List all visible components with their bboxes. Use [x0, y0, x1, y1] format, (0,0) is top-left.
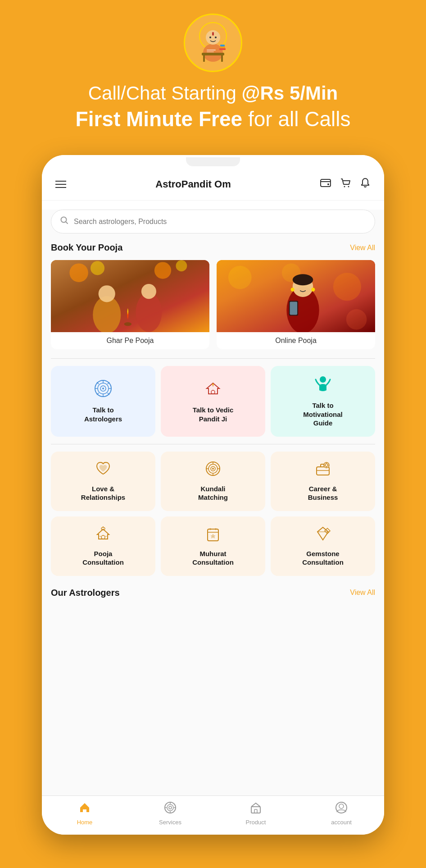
motivational-icon — [314, 375, 332, 397]
svg-rect-3 — [212, 32, 214, 36]
tagline-line2-bold: First Minute Free — [76, 107, 243, 131]
svg-point-40 — [311, 288, 315, 292]
bottom-nav: Home Services — [42, 795, 384, 835]
svg-rect-11 — [220, 45, 225, 46]
svg-rect-7 — [203, 55, 205, 62]
vedic-label: Talk to VedicPandit Ji — [193, 406, 234, 423]
header-icons — [320, 178, 371, 191]
svg-point-4 — [209, 37, 211, 38]
svg-rect-14 — [321, 179, 331, 187]
bell-icon[interactable] — [360, 178, 371, 191]
svg-rect-79 — [215, 528, 217, 530]
category-muhurat[interactable]: MuhuratConsultation — [161, 516, 265, 576]
svg-rect-78 — [209, 528, 211, 530]
status-bar — [42, 155, 384, 169]
svg-rect-73 — [101, 535, 105, 539]
category-gemstone[interactable]: GemstoneConsultation — [271, 516, 375, 576]
service-card-astrologers[interactable]: Talk toAstrologers — [51, 366, 155, 437]
astrologers-view-all[interactable]: View All — [350, 589, 375, 597]
svg-point-39 — [291, 288, 295, 292]
svg-point-15 — [327, 183, 329, 185]
svg-rect-63 — [317, 467, 329, 475]
svg-point-44 — [102, 388, 104, 389]
hamburger-menu[interactable] — [55, 181, 66, 188]
category-love[interactable]: Love &Relationships — [51, 452, 155, 511]
services-nav-icon — [164, 801, 177, 817]
svg-point-21 — [91, 261, 104, 275]
svg-point-54 — [320, 376, 326, 383]
category-career[interactable]: Career &Business — [271, 452, 375, 511]
svg-rect-6 — [202, 53, 224, 55]
category-grid: Love &Relationships — [51, 452, 375, 576]
svg-rect-91 — [254, 809, 257, 813]
svg-point-36 — [293, 274, 313, 286]
app-tagline: Call/Chat Starting @Rs 5/Min First Minut… — [76, 81, 351, 132]
service-card-motivational[interactable]: Talk toMotivationalGuide — [271, 366, 375, 437]
logo-container — [184, 14, 242, 72]
notch — [186, 157, 240, 166]
category-row-2: PoojaConsultation — [51, 516, 375, 576]
muhurat-icon — [205, 525, 221, 545]
pooja-card-ghar[interactable]: Ghar Pe Pooja — [51, 260, 209, 349]
home-nav-icon — [78, 801, 91, 817]
svg-point-17 — [348, 186, 349, 187]
app-logo — [190, 20, 236, 65]
gemstone-label: GemstoneConsultation — [302, 549, 344, 567]
online-pooja-image — [217, 260, 375, 332]
svg-point-30 — [228, 266, 252, 289]
services-nav-label: Services — [159, 819, 181, 826]
svg-point-16 — [344, 186, 345, 187]
svg-point-85 — [169, 806, 172, 809]
ghar-pe-pooja-label: Ghar Pe Pooja — [51, 332, 209, 349]
app-content: Book Your Pooja View All — [42, 210, 384, 795]
category-kundali[interactable]: KundaliMatching — [161, 452, 265, 511]
divider-2 — [51, 444, 375, 444]
svg-point-5 — [215, 37, 217, 38]
nav-account[interactable]: account — [299, 801, 384, 826]
book-pooja-header: Book Your Pooja View All — [51, 242, 375, 253]
svg-point-93 — [339, 804, 344, 809]
svg-rect-8 — [221, 55, 223, 62]
astrologers-section-header: Our Astrologers View All — [51, 583, 375, 603]
pooja-card-online[interactable]: Online Pooja — [217, 260, 375, 349]
svg-point-20 — [69, 264, 88, 282]
svg-rect-38 — [290, 302, 298, 315]
online-pooja-label: Online Pooja — [217, 332, 375, 349]
book-pooja-view-all[interactable]: View All — [350, 244, 375, 252]
astrologers-label: Talk toAstrologers — [84, 406, 122, 423]
kundali-icon — [205, 461, 221, 480]
service-card-vedic[interactable]: Talk to VedicPandit Ji — [161, 366, 265, 437]
tagline-line1-bold: @Rs 5/Min — [242, 82, 338, 104]
app-header: AstroPandit Om — [42, 169, 384, 201]
svg-point-22 — [154, 262, 171, 279]
svg-point-31 — [333, 273, 361, 301]
category-pooja-consult[interactable]: PoojaConsultation — [51, 516, 155, 576]
astrologers-icon — [94, 379, 112, 401]
search-bar[interactable] — [51, 210, 375, 233]
svg-rect-13 — [207, 51, 214, 52]
nav-home[interactable]: Home — [42, 801, 127, 826]
svg-point-33 — [346, 309, 367, 330]
svg-rect-90 — [251, 807, 260, 813]
account-nav-label: account — [331, 819, 352, 826]
home-nav-label: Home — [77, 819, 93, 826]
svg-point-58 — [212, 468, 214, 470]
motivational-label: Talk toMotivationalGuide — [303, 401, 343, 428]
tagline-line1-normal: Call/Chat Starting — [88, 82, 242, 104]
kundali-label: KundaliMatching — [198, 484, 228, 502]
product-nav-icon — [249, 801, 262, 817]
cart-icon[interactable] — [340, 178, 352, 191]
search-input[interactable] — [74, 218, 366, 226]
category-row-1: Love &Relationships — [51, 452, 375, 511]
vedic-icon — [204, 379, 222, 401]
tagline-line2-normal: for all Calls — [242, 107, 350, 131]
svg-point-23 — [176, 260, 187, 272]
nav-product[interactable]: Product — [213, 801, 299, 826]
pooja-cards-container: Ghar Pe Pooja — [51, 260, 375, 349]
nav-services[interactable]: Services — [127, 801, 213, 826]
wallet-icon[interactable] — [320, 178, 332, 191]
svg-marker-81 — [317, 527, 328, 532]
muhurat-label: MuhuratConsultation — [192, 549, 234, 567]
divider-1 — [51, 358, 375, 359]
svg-point-84 — [167, 804, 173, 811]
